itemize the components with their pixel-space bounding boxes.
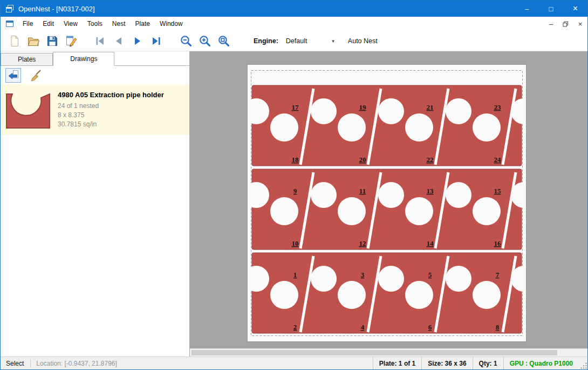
part-cutout <box>338 197 366 225</box>
part-cutout <box>338 281 366 309</box>
save-button[interactable] <box>43 32 61 50</box>
save-edit-button[interactable] <box>61 32 80 50</box>
statusbar: Select Location: [-0.9437, 21.8796] Plat… <box>1 356 587 369</box>
part-number: 3 <box>361 271 365 279</box>
status-location: Location: [-0.9437, 21.8796] <box>31 360 122 367</box>
part-cutout <box>270 113 298 142</box>
zoom-out-icon <box>179 34 193 48</box>
part-number: 5 <box>428 271 432 279</box>
zoom-out-button[interactable] <box>176 32 195 50</box>
horizontal-scrollbar-thumb[interactable] <box>192 350 557 355</box>
new-button[interactable] <box>5 32 24 50</box>
child-minimize-button[interactable]: – <box>544 18 558 30</box>
part-number: 4 <box>361 323 365 331</box>
part-thumbnail <box>5 90 51 130</box>
part-number: 19 <box>359 103 367 111</box>
engine-selected-value: Default <box>286 37 307 45</box>
part-cutout <box>311 266 337 292</box>
resize-grip[interactable] <box>579 357 587 369</box>
broom-icon <box>30 69 42 81</box>
clear-drawings-button[interactable] <box>28 68 44 83</box>
drawings-toolbar <box>1 66 189 84</box>
first-arrow-icon <box>93 35 106 48</box>
blue-arrow-page-icon <box>8 69 19 81</box>
part-number: 21 <box>427 103 434 111</box>
menu-edit[interactable]: Edit <box>38 17 59 30</box>
part-cutout <box>473 197 501 225</box>
part-number: 17 <box>292 103 299 111</box>
horizontal-scrollbar[interactable] <box>190 348 587 356</box>
part-cutout <box>405 113 433 142</box>
last-plate-button[interactable] <box>147 32 166 50</box>
part-cutout <box>473 281 501 309</box>
part-number: 11 <box>359 187 366 195</box>
part-number: 12 <box>359 239 366 247</box>
part-cutout <box>446 266 471 292</box>
nesting-canvas[interactable]: 171819202122232491011121314151612345678 <box>190 51 587 356</box>
toolbar: Engine: Default ▾ Auto Nest <box>1 31 587 51</box>
drawing-title: 4980 A05 Extraction pipe holder <box>58 91 164 99</box>
drawing-list-item[interactable]: 4980 A05 Extraction pipe holder 24 of 1 … <box>1 84 189 135</box>
status-mode: Select <box>1 360 30 367</box>
nest-plate-svg[interactable]: 171819202122232491011121314151612345678 <box>248 65 526 341</box>
previous-plate-button[interactable] <box>109 32 128 50</box>
engine-select[interactable]: Default ▾ <box>283 35 337 48</box>
status-plate-size: Size: 36 x 36 <box>421 357 472 369</box>
zoom-fit-icon <box>217 34 230 48</box>
open-folder-icon <box>27 35 40 48</box>
child-close-button[interactable]: × <box>573 18 587 30</box>
part-cutout <box>378 266 404 292</box>
menu-view[interactable]: View <box>59 17 83 30</box>
part-number: 15 <box>494 187 502 195</box>
menu-window[interactable]: Window <box>155 17 188 30</box>
drawing-info: 4980 A05 Extraction pipe holder 24 of 1 … <box>58 90 164 130</box>
menu-tools[interactable]: Tools <box>83 17 107 30</box>
titlebar: OpenNest - [N0317-002] – □ × <box>1 1 587 17</box>
close-button[interactable]: × <box>563 1 587 17</box>
window-title: OpenNest - [N0317-002] <box>18 5 515 13</box>
menu-plate[interactable]: Plate <box>131 17 155 30</box>
child-restore-button[interactable] <box>558 18 573 30</box>
status-plate-count: Plate: 1 of 1 <box>373 357 421 369</box>
next-plate-button[interactable] <box>128 32 147 50</box>
part-cutout <box>405 197 433 225</box>
main-area: Plates Drawings <box>1 51 587 356</box>
chevron-down-icon: ▾ <box>332 38 334 44</box>
drawing-list-empty-space <box>1 135 189 356</box>
import-drawing-button[interactable] <box>5 68 21 83</box>
save-floppy-icon <box>46 35 59 48</box>
zoom-in-button[interactable] <box>195 32 214 50</box>
part-number: 6 <box>428 323 432 331</box>
new-page-icon <box>8 35 21 48</box>
part-cutout <box>270 281 298 309</box>
part-cutout <box>446 182 471 208</box>
sidebar-tabs: Plates Drawings <box>1 51 189 66</box>
engine-label: Engine: <box>254 37 278 45</box>
menu-nest[interactable]: Nest <box>107 17 131 30</box>
zoom-fit-button[interactable] <box>214 32 233 50</box>
part-number: 10 <box>292 239 299 247</box>
open-button[interactable] <box>24 32 43 50</box>
part-cutout <box>270 197 298 225</box>
auto-nest-button[interactable]: Auto Nest <box>348 37 378 45</box>
part-cutout <box>405 281 433 309</box>
restore-icon <box>563 21 569 27</box>
resize-grip-icon <box>580 362 587 369</box>
maximize-button[interactable]: □ <box>539 1 563 17</box>
part-number: 7 <box>496 271 500 279</box>
part-number: 1 <box>293 271 297 279</box>
part-number: 20 <box>359 156 366 164</box>
part-number: 9 <box>293 187 297 195</box>
plate-sheet[interactable]: 171819202122232491011121314151612345678 <box>247 64 527 342</box>
mdi-child-icon[interactable] <box>5 19 14 28</box>
tab-drawings[interactable]: Drawings <box>53 52 114 66</box>
first-plate-button[interactable] <box>90 32 109 50</box>
minimize-button[interactable]: – <box>515 1 539 17</box>
menu-file[interactable]: File <box>18 17 38 30</box>
part-number: 14 <box>427 239 434 247</box>
part-number: 8 <box>496 323 500 331</box>
tab-plates[interactable]: Plates <box>1 53 53 65</box>
part-cutout <box>311 182 337 208</box>
part-number: 2 <box>293 323 297 331</box>
part-number: 13 <box>427 187 434 195</box>
